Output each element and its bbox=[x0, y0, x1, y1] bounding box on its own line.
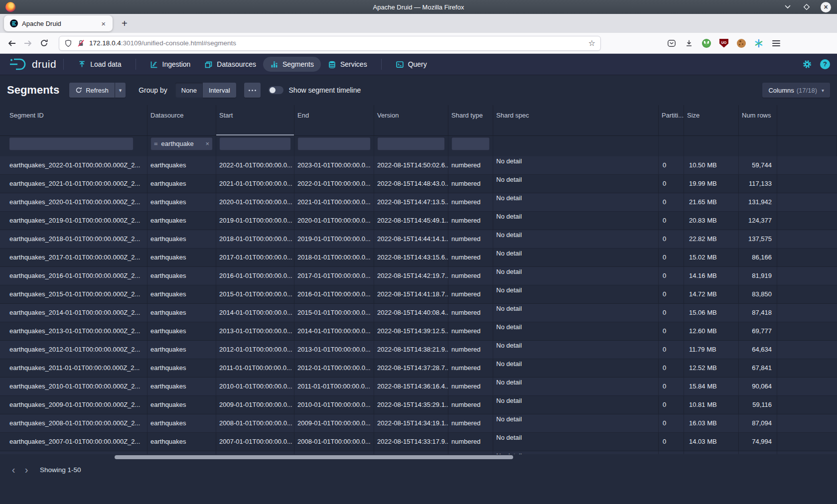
shard-type-cell: numbered bbox=[448, 322, 493, 340]
reload-icon[interactable] bbox=[36, 39, 52, 47]
shard-spec-cell: No detail bbox=[493, 285, 659, 303]
filter-version-input[interactable] bbox=[377, 137, 445, 150]
table-row[interactable]: earthquakes_2009-01-01T00:00:00.000Z_2..… bbox=[0, 396, 837, 414]
forward-icon[interactable] bbox=[20, 39, 36, 47]
nav-query[interactable]: Query bbox=[389, 57, 434, 72]
privacy-badger-icon[interactable] bbox=[701, 38, 711, 48]
num-rows-cell: 87,418 bbox=[739, 304, 777, 322]
table-row[interactable]: earthquakes_2017-01-01T00:00:00.000Z_2..… bbox=[0, 249, 837, 267]
table-row[interactable]: earthquakes_2022-01-01T00:00:00.000Z_2..… bbox=[0, 156, 837, 175]
window-titlebar: Apache Druid — Mozilla Firefox × bbox=[0, 0, 837, 14]
column-header-version[interactable]: Version bbox=[374, 105, 448, 135]
datasource-cell: earthquakes bbox=[147, 341, 216, 359]
new-tab-button[interactable]: + bbox=[122, 18, 128, 29]
table-row[interactable]: earthquakes_2008-01-01T00:00:00.000Z_2..… bbox=[0, 414, 837, 433]
insecure-lock-icon[interactable] bbox=[77, 39, 85, 48]
table-row[interactable]: earthquakes_2016-01-01T00:00:00.000Z_2..… bbox=[0, 267, 837, 285]
start-cell: 2022-01-01T00:00:00.0... bbox=[216, 156, 294, 174]
num-rows-cell: 86,166 bbox=[739, 249, 777, 266]
nav-services[interactable]: Services bbox=[321, 57, 374, 72]
shard-spec-cell: No detail bbox=[493, 359, 659, 377]
column-header-end[interactable]: End bbox=[294, 105, 374, 135]
druid-navbar: druid Load data Ingestion Datasources Se… bbox=[0, 54, 837, 75]
column-header-num-rows[interactable]: Num rows bbox=[739, 105, 777, 135]
table-row[interactable]: earthquakes_2018-01-01T00:00:00.000Z_2..… bbox=[0, 230, 837, 249]
group-by-none-button[interactable]: None bbox=[175, 83, 203, 98]
remove-filter-icon[interactable]: × bbox=[205, 140, 209, 147]
segment-timeline-toggle[interactable] bbox=[269, 86, 283, 94]
next-page-button[interactable]: › bbox=[20, 463, 33, 476]
column-header-start[interactable]: Start bbox=[216, 105, 294, 135]
columns-button[interactable]: Columns (17/18) ▾ bbox=[762, 83, 830, 98]
database-icon bbox=[328, 60, 336, 69]
url-bar[interactable]: 172.18.0.4:30109/unified-console.html#se… bbox=[59, 36, 601, 51]
end-cell: 2021-01-01T00:00:00.0... bbox=[294, 193, 374, 211]
browser-tab[interactable]: Apache Druid × bbox=[4, 15, 113, 31]
maximize-icon[interactable] bbox=[802, 2, 812, 12]
table-row[interactable]: earthquakes_2013-01-01T00:00:00.000Z_2..… bbox=[0, 322, 837, 341]
help-icon[interactable]: ? bbox=[820, 59, 830, 69]
shield-icon[interactable] bbox=[64, 39, 72, 48]
download-icon[interactable] bbox=[684, 38, 694, 48]
num-rows-cell: 59,744 bbox=[739, 156, 777, 174]
start-cell: 2015-01-01T00:00:00.0... bbox=[216, 285, 294, 303]
nav-load-data[interactable]: Load data bbox=[71, 57, 128, 72]
datasource-cell: earthquakes bbox=[147, 396, 216, 414]
size-cell: 15.06 MB bbox=[684, 304, 739, 322]
column-header-datasource[interactable]: Datasource bbox=[147, 105, 216, 135]
bookmark-star-icon[interactable]: ☆ bbox=[583, 38, 600, 48]
column-header-segment-id[interactable]: Segment ID bbox=[0, 105, 147, 135]
version-cell: 2022-08-15T14:40:08.4... bbox=[374, 304, 448, 322]
cookie-icon[interactable] bbox=[736, 38, 746, 48]
table-row[interactable]: earthquakes_2010-01-01T00:00:00.000Z_2..… bbox=[0, 378, 837, 396]
end-cell: 2020-01-01T00:00:00.0... bbox=[294, 212, 374, 230]
table-row[interactable]: earthquakes_2019-01-01T00:00:00.000Z_2..… bbox=[0, 212, 837, 230]
nav-datasources[interactable]: Datasources bbox=[197, 57, 263, 72]
refresh-button[interactable]: Refresh bbox=[69, 83, 115, 98]
druid-favicon-icon bbox=[10, 19, 18, 27]
filter-end-input[interactable] bbox=[297, 137, 371, 150]
column-header-size[interactable]: Size bbox=[684, 105, 739, 135]
group-by-button-group: None Interval bbox=[175, 83, 236, 98]
refresh-caret-button[interactable]: ▾ bbox=[115, 83, 126, 98]
filter-segment-id-input[interactable] bbox=[9, 137, 134, 150]
close-window-icon[interactable]: × bbox=[821, 2, 831, 12]
table-row[interactable]: earthquakes_2014-01-01T00:00:00.000Z_2..… bbox=[0, 304, 837, 322]
settings-gear-icon[interactable] bbox=[802, 59, 812, 69]
druid-logo[interactable]: druid bbox=[8, 57, 56, 71]
filter-shard-type-input[interactable] bbox=[451, 137, 490, 150]
shard-type-cell: numbered bbox=[448, 285, 493, 303]
filter-datasource-input[interactable]: = earthquake × bbox=[150, 137, 213, 150]
start-cell: 2019-01-01T00:00:00.0... bbox=[216, 212, 294, 230]
more-options-button[interactable] bbox=[244, 83, 261, 98]
table-row[interactable]: earthquakes_2012-01-01T00:00:00.000Z_2..… bbox=[0, 341, 837, 359]
shard-type-cell: numbered bbox=[448, 378, 493, 395]
tab-close-icon[interactable]: × bbox=[98, 19, 109, 28]
end-cell: 2016-01-01T00:00:00.0... bbox=[294, 285, 374, 303]
table-row[interactable]: earthquakes_2007-01-01T00:00:00.000Z_2..… bbox=[0, 433, 837, 451]
table-row[interactable]: earthquakes_2011-01-01T00:00:00.000Z_2..… bbox=[0, 359, 837, 378]
shard-spec-cell: No detail bbox=[493, 414, 659, 432]
url-text[interactable]: 172.18.0.4:30109/unified-console.html#se… bbox=[89, 39, 583, 47]
nav-ingestion[interactable]: Ingestion bbox=[143, 57, 198, 72]
nav-segments[interactable]: Segments bbox=[263, 57, 321, 72]
column-header-partition[interactable]: Partiti... bbox=[659, 105, 684, 135]
filter-start-input[interactable] bbox=[219, 137, 291, 150]
menu-icon[interactable] bbox=[771, 38, 781, 48]
column-header-shard-spec[interactable]: Shard spec bbox=[493, 105, 659, 135]
pocket-icon[interactable] bbox=[667, 38, 677, 48]
previous-page-button[interactable]: ‹ bbox=[7, 463, 20, 476]
column-header-shard-type[interactable]: Shard type bbox=[448, 105, 493, 135]
table-row[interactable]: earthquakes_2021-01-01T00:00:00.000Z_2..… bbox=[0, 175, 837, 193]
start-cell: 2018-01-01T00:00:00.0... bbox=[216, 230, 294, 248]
asterisk-extension-icon[interactable] bbox=[754, 38, 764, 48]
back-icon[interactable] bbox=[4, 39, 20, 47]
table-row[interactable]: earthquakes_2020-01-01T00:00:00.000Z_2..… bbox=[0, 193, 837, 212]
ublock-origin-icon[interactable]: UO bbox=[719, 38, 729, 48]
minimize-icon[interactable] bbox=[783, 2, 793, 12]
partition-cell: 0 bbox=[659, 285, 684, 303]
scrollbar-thumb[interactable] bbox=[115, 455, 513, 459]
table-row[interactable]: earthquakes_2015-01-01T00:00:00.000Z_2..… bbox=[0, 285, 837, 304]
group-by-interval-button[interactable]: Interval bbox=[203, 83, 236, 98]
column-header-filler bbox=[777, 105, 837, 135]
